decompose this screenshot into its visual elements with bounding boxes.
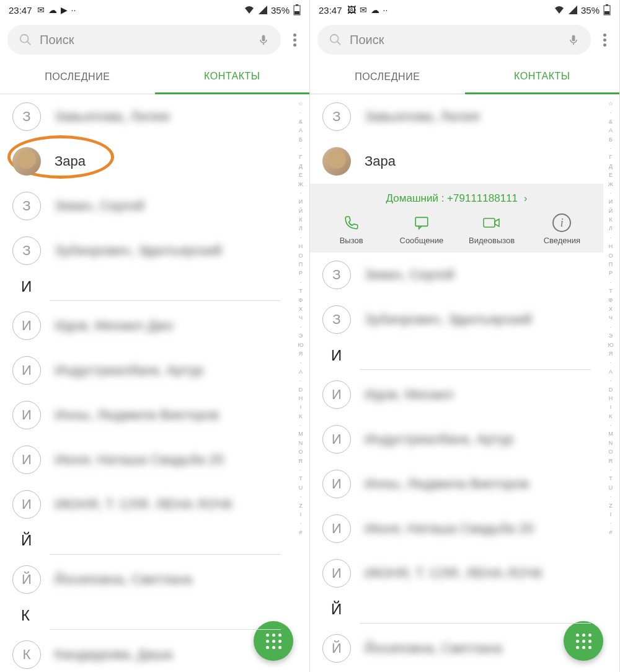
contact-expanded-panel: Домашний : +79111188111› Вызов Сообщение… <box>310 184 603 253</box>
status-time: 23:47 <box>319 5 342 16</box>
search-placeholder: Поиск <box>350 33 560 47</box>
mic-icon[interactable] <box>567 34 580 46</box>
youtube-icon: ▶ <box>61 5 68 15</box>
phone-icon <box>342 213 361 232</box>
cloud-icon: ☁ <box>371 5 379 15</box>
chevron-right-icon: › <box>524 193 527 204</box>
signal-icon <box>259 6 267 14</box>
section-header-j: Й <box>0 527 293 552</box>
status-time: 23:47 <box>9 5 32 16</box>
search-icon <box>329 33 342 47</box>
svg-rect-12 <box>415 217 428 226</box>
contact-row[interactable]: ИИндустриалбанк, Артур <box>0 348 293 393</box>
contacts-area: З Завьялова, Лилия Зара З Зевач, Сергей … <box>0 94 309 672</box>
contacts-area: З Завьялова, Лилия Зара Домашний : +7911… <box>310 94 619 672</box>
phone-detail-link[interactable]: Домашний : +79111188111› <box>316 192 597 205</box>
avatar-photo <box>322 147 351 176</box>
mic-icon[interactable] <box>257 34 270 46</box>
avatar-photo <box>12 147 41 176</box>
action-message[interactable]: Сообщение <box>391 213 453 245</box>
contact-row[interactable]: ИИюня, Наташа Свадьба 20 <box>310 506 603 551</box>
svg-rect-11 <box>572 35 575 42</box>
contact-name: Завьялова, Лилия <box>55 109 170 125</box>
svg-rect-2 <box>294 11 299 14</box>
contact-row[interactable]: З Зевач, Сергей <box>0 184 293 228</box>
contact-row[interactable]: ККандаурова, Даша <box>0 632 293 672</box>
tab-recent[interactable]: ПОСЛЕДНИЕ <box>0 60 155 94</box>
wifi-icon <box>554 6 565 14</box>
mail-icon: ✉ <box>360 5 367 15</box>
svg-point-9 <box>330 35 339 43</box>
status-bar: 23:47 🖼 ✉ ☁ ·· 35% <box>310 0 619 20</box>
contact-row[interactable]: З Зубинрович, Эдилъярский <box>0 228 293 273</box>
cloud-icon: ☁ <box>48 5 57 15</box>
more-icon: ·· <box>383 5 388 15</box>
tab-recent[interactable]: ПОСЛЕДНИЕ <box>310 60 465 94</box>
section-header-i: И <box>310 342 603 367</box>
svg-point-3 <box>20 35 29 43</box>
wifi-icon <box>244 6 255 14</box>
status-notif-icons: 🖼 ✉ ☁ ·· <box>347 5 388 15</box>
battery-icon <box>293 4 301 16</box>
search-row: Поиск <box>310 20 619 60</box>
phone-right: 23:47 🖼 ✉ ☁ ·· 35% Поиск ПОСЛЕДНИЕ КОНТА… <box>310 0 620 672</box>
battery-percent: 35% <box>581 5 600 16</box>
tabs: ПОСЛЕДНИЕ КОНТАКТЫ <box>310 60 619 94</box>
contact-row[interactable]: ЗЗевач, Сергей <box>310 253 603 297</box>
menu-button[interactable] <box>287 29 302 52</box>
contact-row[interactable]: ИИдов, Михаил Джо <box>0 303 293 348</box>
contact-row[interactable]: ИИндустриалбанк, Артур <box>310 417 603 462</box>
contact-row[interactable]: ЙЙосиповна, Светлана <box>0 557 293 602</box>
avatar: З <box>12 102 41 131</box>
search-row: Поиск <box>0 20 309 60</box>
contact-name: Зевач, Сергей <box>55 198 144 214</box>
svg-line-10 <box>337 42 341 45</box>
search-input[interactable]: Поиск <box>7 25 281 55</box>
section-header-i: И <box>0 273 293 298</box>
signal-icon <box>569 6 577 14</box>
contact-name: Зубинрович, Эдилъярский <box>55 243 222 259</box>
contact-name: Зара <box>55 153 86 169</box>
phone-left: 23:47 ✉ ☁ ▶ ·· 35% Поис <box>0 0 310 672</box>
battery-percent: 35% <box>271 5 290 16</box>
mail-icon: ✉ <box>37 5 45 15</box>
info-icon: i <box>552 213 571 232</box>
contact-row[interactable]: ИИЮНЯ, Т. СЛЯ. ЛЕНА ЛОЧК <box>310 551 603 596</box>
svg-rect-13 <box>484 218 495 227</box>
action-video[interactable]: Видеовызов <box>461 213 523 245</box>
contact-row[interactable]: ЙЙосиповна, Светлана <box>310 626 603 671</box>
search-icon <box>19 33 32 47</box>
tab-contacts[interactable]: КОНТАКТЫ <box>155 60 310 94</box>
svg-line-4 <box>27 42 31 45</box>
battery-icon <box>603 4 611 16</box>
tabs: ПОСЛЕДНИЕ КОНТАКТЫ <box>0 60 309 94</box>
more-icon: ·· <box>71 5 76 15</box>
action-info[interactable]: i Сведения <box>531 213 593 245</box>
contact-row[interactable]: ИИюня, Наташа Свадьба 20 <box>0 437 293 482</box>
contact-row[interactable]: З Завьялова, Лилия <box>310 94 603 139</box>
contact-row[interactable]: ИИдов, Михаил <box>310 372 603 417</box>
search-input[interactable]: Поиск <box>317 25 591 55</box>
svg-rect-5 <box>262 35 265 42</box>
svg-rect-8 <box>604 11 609 14</box>
avatar: З <box>12 236 41 265</box>
gallery-icon: 🖼 <box>347 5 356 15</box>
action-call[interactable]: Вызов <box>321 213 383 245</box>
contact-row[interactable]: ИИЮНЯ, Т. СЛЯ. ЛЕНА ЛОЧК <box>0 482 293 527</box>
status-notif-icons: ✉ ☁ ▶ ·· <box>37 5 76 15</box>
contact-row[interactable]: ИИнны, Людмила Викторов <box>310 462 603 506</box>
message-icon <box>412 213 431 232</box>
contact-row[interactable]: ИИнны, Людмила Викторов <box>0 393 293 437</box>
search-placeholder: Поиск <box>40 33 250 47</box>
video-icon <box>482 213 501 232</box>
status-bar: 23:47 ✉ ☁ ▶ ·· 35% <box>0 0 309 20</box>
menu-button[interactable] <box>597 29 612 52</box>
contact-row[interactable]: ЗЗубинрович, Эдилъярский <box>310 297 603 342</box>
contact-row-zara[interactable]: Зара <box>310 139 603 184</box>
section-header-j: Й <box>310 596 603 620</box>
contact-row-zara[interactable]: Зара <box>0 139 293 184</box>
section-header-k: К <box>0 602 293 627</box>
contact-row[interactable]: З Завьялова, Лилия <box>0 94 293 139</box>
tab-contacts[interactable]: КОНТАКТЫ <box>465 60 620 94</box>
avatar: З <box>12 192 41 220</box>
